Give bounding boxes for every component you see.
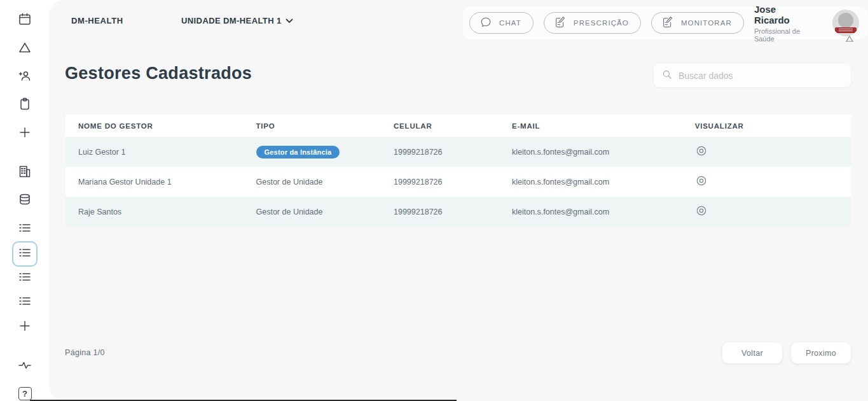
cell-visualizar [682, 167, 851, 197]
cell-manager-phone: 19999218726 [381, 197, 499, 227]
view-button[interactable] [695, 144, 708, 159]
sidebar-item-list-1[interactable] [12, 216, 38, 242]
building-icon [17, 164, 32, 181]
table-row: Mariana Gestor Unidade 1 Gestor de Unida… [65, 167, 851, 197]
monitor-button-label: MONITORAR [681, 19, 732, 27]
sidebar-item-activity[interactable] [12, 354, 38, 379]
content-panel: DM-HEALTH UNIDADE DM-HEALTH 1 CHAT PRESC… [49, 0, 868, 401]
table-row: Luiz Gestor 1 Gestor da Instância 199992… [65, 137, 851, 167]
monitor-icon [661, 15, 675, 31]
sidebar-item-list-3[interactable] [12, 265, 38, 291]
plus-icon [17, 318, 32, 336]
view-button[interactable] [695, 174, 708, 189]
cell-manager-phone: 19999218726 [381, 167, 499, 197]
cell-visualizar [682, 197, 851, 227]
sidebar-item-add-2[interactable] [12, 314, 38, 340]
user-name: Jose Ricardo [754, 4, 813, 25]
chevron-down-icon [286, 16, 293, 25]
col-visualizar: VISUALIZAR [682, 115, 851, 137]
cell-manager-email: kleiton.s.fontes@gmail.com [499, 167, 682, 197]
table-header-row: NOME DO GESTOR TIPO CELULAR E-MAIL VISUA… [65, 115, 851, 137]
search-input[interactable] [679, 71, 843, 81]
cell-manager-name: Luiz Gestor 1 [65, 137, 244, 167]
cell-manager-name: Raje Santos [65, 197, 244, 227]
avatar[interactable] [832, 10, 859, 36]
header-actions: CHAT PRESCRIÇÃO MONITORAR Jose Ricardo P… [463, 6, 868, 39]
table-row: Raje Santos Gestor de Unidade 1999921872… [65, 197, 851, 227]
page-title: Gestores Cadastrados [65, 64, 252, 83]
search-icon [661, 69, 673, 83]
list-icon [17, 293, 32, 311]
eye-icon [695, 144, 708, 159]
database-icon [17, 192, 32, 209]
cell-visualizar [682, 137, 851, 167]
manager-type-value: Gestor da Instância [256, 146, 340, 158]
col-email: E-MAIL [499, 115, 682, 137]
sidebar-item-list-2-selected[interactable] [12, 241, 38, 267]
brand-logo: DM-HEALTH [71, 16, 123, 25]
sidebar-item-alerts[interactable] [12, 36, 38, 62]
manager-type-value: Gestor de Unidade [256, 208, 323, 216]
avatar-caret-icon[interactable] [845, 34, 854, 45]
avatar-red-label [835, 27, 857, 33]
user-role: Profissional de Saúde [754, 27, 813, 43]
manager-type-value: Gestor de Unidade [256, 178, 323, 186]
eye-icon [695, 204, 708, 219]
monitor-button[interactable]: MONITORAR [651, 12, 744, 34]
prescription-button-label: PRESCRIÇÃO [574, 19, 629, 27]
calendar-icon [17, 11, 32, 29]
activity-icon [17, 358, 32, 376]
chat-icon [479, 15, 493, 31]
chat-button-label: CHAT [499, 19, 521, 27]
sidebar-item-calendar[interactable] [12, 8, 38, 33]
prescription-icon [553, 15, 567, 31]
col-celular: CELULAR [381, 115, 499, 137]
cell-manager-phone: 19999218726 [381, 137, 499, 167]
managers-table: NOME DO GESTOR TIPO CELULAR E-MAIL VISUA… [65, 115, 851, 227]
sidebar-item-database[interactable] [12, 188, 38, 213]
unit-selector[interactable]: UNIDADE DM-HEALTH 1 [181, 16, 293, 25]
eye-icon [695, 174, 708, 189]
prescription-button[interactable]: PRESCRIÇÃO [544, 12, 641, 34]
sidebar-item-units[interactable] [12, 160, 38, 185]
plus-icon [17, 125, 32, 143]
list-icon [17, 220, 32, 238]
pagination-label: Página 1/0 [65, 348, 105, 357]
sidebar-item-clipboard[interactable] [12, 92, 38, 118]
cell-manager-type: Gestor de Unidade [244, 197, 382, 227]
view-button[interactable] [695, 204, 708, 219]
user-info: Jose Ricardo Profissional de Saúde [754, 4, 813, 43]
sidebar-item-help[interactable]: ? [12, 381, 38, 401]
sidebar-item-list-4[interactable] [12, 290, 38, 315]
pagination-controls: Voltar Proximo [722, 342, 851, 363]
table-body: Luiz Gestor 1 Gestor da Instância 199992… [65, 137, 851, 227]
list-icon [17, 245, 32, 263]
chat-button[interactable]: CHAT [469, 12, 534, 34]
cell-manager-type: Gestor de Unidade [244, 167, 382, 197]
col-tipo: TIPO [244, 115, 382, 137]
search-box [654, 64, 851, 87]
clipboard-icon [17, 96, 32, 114]
add-user-icon [17, 68, 32, 86]
next-button[interactable]: Proximo [791, 342, 851, 363]
avatar-placeholder-head [838, 13, 853, 28]
sidebar-item-add[interactable] [12, 121, 38, 146]
warning-triangle-icon [17, 40, 32, 58]
sidebar-item-add-user[interactable] [12, 64, 38, 90]
list-icon [17, 269, 32, 287]
cell-manager-email: kleiton.s.fontes@gmail.com [499, 197, 682, 227]
unit-selector-label: UNIDADE DM-HEALTH 1 [181, 16, 282, 25]
back-button[interactable]: Voltar [722, 342, 782, 363]
cell-manager-email: kleiton.s.fontes@gmail.com [499, 137, 682, 167]
sidebar: ? [0, 0, 49, 401]
help-icon: ? [18, 387, 32, 400]
cell-manager-type: Gestor da Instância [244, 137, 382, 167]
col-nome-do-gestor: NOME DO GESTOR [65, 115, 244, 137]
cell-manager-name: Mariana Gestor Unidade 1 [65, 167, 244, 197]
